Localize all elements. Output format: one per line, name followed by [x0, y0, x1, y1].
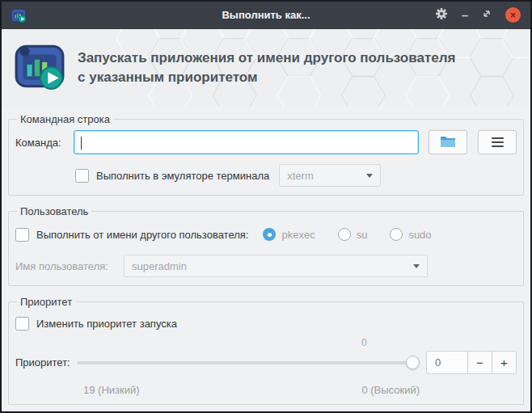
user-group: Пользователь Выполнить от имени другого …	[8, 205, 524, 286]
minimize-icon: –	[462, 9, 468, 21]
username-select[interactable]: superadmin	[124, 255, 428, 277]
priority-group: Приоритет Изменить приоритет запуска 0 П…	[8, 296, 524, 405]
priority-max-label: 0 (Высокий)	[361, 384, 420, 396]
terminal-emulator-value: xterm	[287, 170, 314, 182]
radio-sudo[interactable]: sudo	[390, 228, 431, 241]
spin-increment-button[interactable]: +	[492, 351, 517, 374]
priority-min-label: 19 (Низкий)	[83, 384, 140, 396]
radio-pkexec[interactable]: pkexec	[263, 228, 315, 241]
command-line-legend: Командная строка	[17, 113, 113, 125]
terminal-emulator-select[interactable]: xterm	[279, 164, 381, 187]
folder-icon	[440, 135, 456, 150]
change-priority-checkbox[interactable]	[15, 317, 29, 331]
terminal-checkbox[interactable]	[75, 169, 89, 183]
radio-pkexec-control[interactable]	[263, 228, 276, 241]
menu-button[interactable]	[478, 130, 517, 154]
change-priority-label: Изменить приоритет запуска	[36, 318, 177, 330]
priority-spin-value[interactable]: 0	[426, 351, 468, 374]
page-title-line1: Запускать приложения от имени другого по…	[78, 48, 455, 68]
priority-label: Приоритет:	[15, 356, 77, 369]
command-label: Команда:	[15, 137, 74, 149]
run-as-window: Выполнить как...	[0, 0, 532, 413]
user-legend: Пользователь	[17, 205, 91, 217]
titlebar[interactable]: Выполнить как...	[2, 2, 530, 29]
header: Запускать приложения от имени другого по…	[2, 29, 530, 107]
command-input[interactable]	[74, 131, 418, 154]
maximize-icon	[482, 9, 492, 21]
browse-file-button[interactable]	[429, 130, 467, 154]
radio-su[interactable]: su	[338, 228, 368, 241]
command-input-wrap	[74, 130, 419, 154]
username-value: superadmin	[132, 260, 187, 272]
hamburger-menu-icon	[492, 137, 504, 147]
priority-slider[interactable]	[77, 356, 420, 370]
slider-handle[interactable]	[406, 356, 420, 369]
close-button[interactable]: ×	[505, 7, 521, 23]
priority-legend: Приоритет	[17, 296, 75, 308]
close-icon: ×	[510, 11, 516, 20]
slider-groove[interactable]	[77, 361, 420, 365]
text-caret	[81, 137, 82, 150]
settings-button[interactable]	[435, 7, 448, 23]
command-line-group: Командная строка Команда: Выпол	[8, 113, 524, 196]
run-as-other-user-checkbox[interactable]	[15, 228, 29, 242]
maximize-button[interactable]	[482, 9, 492, 21]
app-icon	[11, 7, 27, 23]
page-title-line2: с указанным приоритетом	[78, 68, 455, 87]
app-icon-large	[13, 40, 66, 96]
terminal-checkbox-label: Выполнить в эмуляторе терминала	[96, 170, 269, 182]
spin-decrement-button[interactable]: −	[468, 351, 492, 374]
radio-sudo-label: sudo	[408, 229, 431, 241]
chevron-down-icon	[413, 264, 420, 268]
chevron-down-icon	[366, 174, 373, 178]
priority-spinbox: 0 − +	[426, 351, 517, 374]
radio-sudo-control[interactable]	[390, 228, 403, 241]
run-as-other-user-label: Выполнить от имени другого пользователя:	[36, 229, 248, 241]
radio-pkexec-label: pkexec	[281, 229, 315, 241]
username-label: Имя пользователя:	[15, 260, 124, 272]
radio-su-label: su	[357, 229, 368, 241]
page-title: Запускать приложения от имени другого по…	[78, 48, 455, 87]
minimize-button[interactable]: –	[462, 9, 468, 21]
gear-icon	[435, 7, 448, 23]
radio-su-control[interactable]	[338, 228, 351, 241]
slider-current-value: 0	[361, 337, 367, 348]
